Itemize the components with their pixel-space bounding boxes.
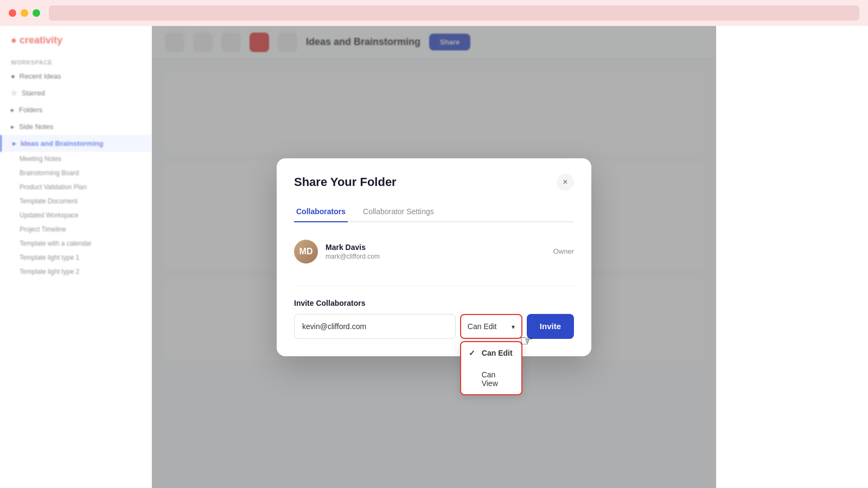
collaborator-email: mark@clifford.com [326,253,546,260]
sidebar-label-recent: Recent Ideas [20,72,61,80]
can-edit-label: Can Edit [482,349,513,357]
chevron-down-icon [512,322,515,331]
title-bar [0,0,868,26]
sidebar-item-ideas[interactable]: ▸ Ideas and Brainstorming [0,135,151,152]
sidebar-subitem-meeting[interactable]: Meeting Notes [0,152,151,166]
modal-header: Share Your Folder × [294,174,574,191]
avatar-mark-davis: MD [294,240,318,264]
traffic-light-green[interactable] [33,9,40,17]
permission-button[interactable]: Can Edit [460,314,522,339]
sidebar-subitem-brainstorming[interactable]: Brainstorming Board [0,166,151,180]
permission-selected-label: Can Edit [468,322,497,331]
permission-dropdown-wrapper: Can Edit ✓ Can Edit ✓ Can View [460,314,522,339]
sidebar-label-sidenotes: Side Notes [19,123,54,131]
modal-overlay: Share Your Folder × Collaborators Collab… [152,26,716,488]
main-content: Ideas and Brainstorming Share Share Your… [152,26,716,488]
sidebar-section-title: Workspace [0,55,151,68]
right-panel [716,26,868,488]
logo-text: creativity [20,35,62,46]
permission-option-can-edit[interactable]: ✓ Can Edit [461,342,521,364]
star-icon: ☆ [11,89,17,97]
collaborator-row: MD Mark Davis mark@clifford.com Owner [294,235,574,268]
collaborator-name: Mark Davis [326,243,546,252]
traffic-light-yellow[interactable] [21,9,28,17]
invite-section: Invite Collaborators Can Edit ✓ [294,285,574,339]
recent-icon: ● [11,72,15,80]
modal-tabs: Collaborators Collaborator Settings [294,202,574,222]
collaborator-role: Owner [553,247,574,255]
sidebar-subitem-template-doc[interactable]: Template Document [0,194,151,208]
invite-label: Invite Collaborators [294,299,574,307]
tab-collaborators[interactable]: Collaborators [294,202,348,222]
sidebar-item-sidenotes[interactable]: ▸ Side Notes [0,118,151,135]
permission-option-can-view[interactable]: ✓ Can View [461,364,521,394]
ideas-icon: ▸ [12,139,16,147]
app-container: ● creativity Workspace ● Recent Ideas ☆ … [0,26,868,488]
sidebar-subitem-product[interactable]: Product Validation Plan [0,180,151,194]
sidebar-item-starred[interactable]: ☆ Starred [0,85,151,101]
invite-email-input[interactable] [294,314,456,339]
share-folder-modal: Share Your Folder × Collaborators Collab… [277,158,591,356]
sidebar-item-folders[interactable]: ▸ Folders [0,101,151,118]
sidebar-label-ideas: Ideas and Brainstorming [21,139,103,147]
folder-icon: ▸ [11,106,15,114]
tab-collaborator-settings[interactable]: Collaborator Settings [361,202,436,222]
sidebar-label-folders: Folders [19,106,42,114]
sidebar-item-recent[interactable]: ● Recent Ideas [0,68,151,85]
collaborator-info: Mark Davis mark@clifford.com [326,243,546,260]
sidebar-subitem-template1[interactable]: Template light type 1 [0,251,151,265]
sidebar-subitem-project[interactable]: Project Timeline [0,222,151,236]
collaborators-list: MD Mark Davis mark@clifford.com Owner [294,235,574,268]
invite-row: Can Edit ✓ Can Edit ✓ Can View [294,314,574,339]
can-view-label: Can View [482,370,514,388]
sidebar-subitem-template2[interactable]: Template light type 2 [0,265,151,279]
invite-button[interactable]: Invite [527,314,574,339]
traffic-light-red[interactable] [9,9,16,17]
address-bar[interactable] [49,5,859,21]
permission-dropdown: ✓ Can Edit ✓ Can View [460,341,522,395]
sidenotes-icon: ▸ [11,123,15,131]
modal-title: Share Your Folder [294,175,397,189]
check-icon: ✓ [469,349,477,357]
sidebar-label-starred: Starred [22,89,45,97]
modal-close-button[interactable]: × [557,174,574,191]
sidebar-subitem-template-cal[interactable]: Template with a calendar [0,236,151,251]
sidebar-subitem-updated[interactable]: Updated Workspace [0,208,151,222]
sidebar: ● creativity Workspace ● Recent Ideas ☆ … [0,26,152,488]
sidebar-logo: ● creativity [0,35,151,55]
